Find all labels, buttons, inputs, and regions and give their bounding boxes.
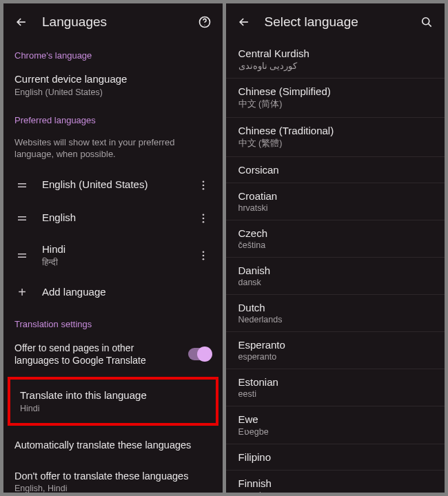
language-list-item[interactable]: DutchNederlands (226, 294, 445, 331)
svg-point-4 (202, 188, 204, 190)
row-primary: Chinese (Traditional) (238, 125, 434, 136)
language-list-item[interactable]: Chinese (Simplified)中文 (简体) (226, 78, 445, 117)
row-secondary: eesti (238, 389, 434, 399)
language-list-item[interactable]: Filipino (226, 444, 445, 470)
preferred-languages-desc: Websites will show text in your preferre… (3, 130, 223, 169)
appbar: Select language (226, 3, 445, 41)
row-secondary: کوردیی ناوەندی (238, 61, 434, 71)
language-list-item[interactable]: Corsican (226, 156, 445, 183)
dont-offer-translate-languages[interactable]: Don't offer to translate these languages… (3, 462, 223, 493)
row-secondary: suomi (238, 490, 434, 493)
row-primary: Filipino (238, 451, 434, 463)
back-icon[interactable] (236, 14, 252, 30)
languages-settings-pane: Languages Chrome's language Current devi… (3, 3, 223, 493)
svg-point-3 (202, 184, 204, 186)
svg-point-11 (422, 18, 429, 25)
highlight-annotation: Translate into this language Hindi (8, 377, 218, 426)
preferred-language-row[interactable]: Hindi हिन्दी (3, 235, 223, 276)
row-secondary: English, Hindi (14, 484, 212, 493)
row-secondary: 中文 (繁體) (238, 138, 434, 149)
row-secondary: hrvatski (238, 203, 434, 213)
row-secondary: dansk (238, 278, 434, 287)
section-preferred-languages: Preferred languages (3, 105, 223, 130)
language-list-item[interactable]: Danishdansk (226, 257, 445, 294)
svg-point-8 (202, 251, 204, 253)
page-title: Select language (265, 14, 407, 30)
row-primary: Esperanto (238, 339, 434, 351)
row-secondary: हिन्दी (42, 258, 183, 268)
drag-handle-icon[interactable] (14, 179, 30, 192)
row-primary: Corsican (238, 164, 434, 176)
svg-point-6 (202, 217, 204, 219)
row-secondary: esperanto (238, 352, 434, 362)
row-primary: Automatically translate these languages (14, 439, 212, 451)
language-list-item[interactable]: Estonianeesti (226, 369, 445, 406)
add-language-button[interactable]: + Add language (3, 276, 223, 309)
preferred-language-row[interactable]: English (3, 202, 223, 235)
language-list[interactable]: Central Kurdishکوردیی ناوەندیChinese (Si… (226, 41, 445, 493)
row-primary: Croatian (238, 190, 434, 202)
row-secondary: Hindi (20, 404, 206, 413)
page-title: Languages (42, 14, 184, 30)
section-translation-settings: Translation settings (3, 309, 223, 333)
drag-handle-icon[interactable] (14, 212, 30, 225)
row-secondary: Nederlands (238, 315, 434, 324)
row-primary: Czech (238, 227, 434, 239)
help-icon[interactable] (196, 14, 213, 30)
row-primary: Translate into this language (20, 389, 206, 402)
offer-translate-toggle-row[interactable]: Offer to send pages in other languages t… (3, 333, 223, 376)
row-primary: Dutch (238, 302, 434, 313)
more-icon[interactable] (195, 249, 212, 262)
language-list-item[interactable]: Finnishsuomi (226, 470, 445, 493)
row-primary: Hindi (42, 243, 183, 256)
current-device-language[interactable]: Current device language English (United … (3, 65, 223, 105)
translate-into-language[interactable]: Translate into this language Hindi (10, 380, 216, 423)
language-list-item[interactable]: Chinese (Traditional)中文 (繁體) (226, 117, 445, 156)
row-secondary: čeština (238, 240, 434, 250)
language-list-item[interactable]: Croatianhrvatski (226, 183, 445, 220)
row-primary: Central Kurdish (238, 48, 434, 59)
select-language-pane: Select language Central Kurdishکوردیی نا… (226, 3, 445, 493)
more-icon[interactable] (195, 212, 212, 225)
language-list-item[interactable]: EweEʋegbe (226, 406, 445, 444)
offer-translate-toggle[interactable] (188, 348, 212, 360)
preferred-language-row[interactable]: English (United States) (3, 169, 223, 202)
row-primary: Current device language (14, 73, 212, 86)
row-primary: English (42, 211, 183, 225)
language-list-item[interactable]: Central Kurdishکوردیی ناوەندی (226, 41, 445, 78)
language-list-item[interactable]: Czechčeština (226, 220, 445, 257)
row-primary: English (United States) (42, 178, 183, 192)
drag-handle-icon[interactable] (14, 249, 30, 262)
svg-point-2 (202, 180, 204, 183)
svg-point-1 (204, 25, 205, 25)
row-primary: Offer to send pages in other languages t… (14, 342, 176, 368)
row-primary: Estonian (238, 376, 434, 388)
section-chrome-language: Chrome's language (3, 41, 223, 65)
svg-point-9 (202, 254, 204, 256)
svg-point-5 (202, 214, 204, 216)
row-primary: Ewe (238, 413, 434, 425)
row-secondary: English (United States) (14, 87, 212, 97)
language-list-item[interactable]: Esperantoesperanto (226, 331, 445, 369)
search-icon[interactable] (418, 14, 435, 30)
row-primary: Chinese (Simplified) (238, 85, 434, 97)
row-primary: Don't offer to translate these languages (14, 470, 212, 482)
row-secondary: 中文 (简体) (238, 99, 434, 110)
svg-point-7 (202, 221, 204, 223)
row-secondary: Eʋegbe (238, 426, 434, 437)
back-icon[interactable] (13, 14, 30, 30)
more-icon[interactable] (195, 179, 212, 192)
auto-translate-languages[interactable]: Automatically translate these languages (3, 428, 223, 462)
row-primary: Finnish (238, 477, 434, 489)
row-primary: Danish (238, 265, 434, 276)
row-primary: Add language (42, 286, 212, 299)
appbar: Languages (3, 3, 223, 41)
svg-point-10 (202, 258, 204, 260)
plus-icon: + (14, 285, 30, 300)
